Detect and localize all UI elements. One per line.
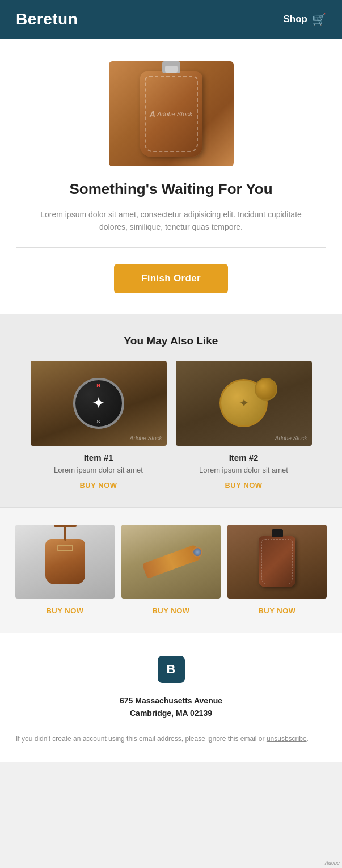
product-card-bag: Adobe BUY NOW xyxy=(15,525,115,616)
buy-now-button-bag[interactable]: BUY NOW xyxy=(46,606,83,615)
product-image-1: N ✦ S Adobe Stock xyxy=(31,361,167,446)
product-image-flask2: Adobe xyxy=(227,525,327,599)
footer-address: 675 Massachusetts Avenue Cambridge, MA 0… xyxy=(16,694,326,720)
footer-address-line1: 675 Massachusetts Avenue xyxy=(16,694,326,707)
footer-logo: B xyxy=(158,656,185,683)
also-like-title: You May Also Like xyxy=(16,335,326,347)
product-card-telescope: Adobe BUY NOW xyxy=(121,525,221,616)
hero-title: Something's Waiting For You xyxy=(16,180,326,199)
flask2-visual xyxy=(259,536,295,587)
compass-cross: ✦ xyxy=(92,395,105,411)
compass2-body: ✦ xyxy=(219,379,268,427)
shop-link[interactable]: Shop 🛒 xyxy=(284,12,327,26)
footer-address-line2: Cambridge, MA 02139 xyxy=(16,707,326,719)
product-name-1: Item #1 xyxy=(31,453,167,462)
footer: B 675 Massachusetts Avenue Cambridge, MA… xyxy=(0,633,342,762)
bag-visual xyxy=(45,539,85,584)
buy-now-button-2[interactable]: BUY NOW xyxy=(225,481,262,490)
footer-notice-text: If you didn't create an account using th… xyxy=(16,735,267,743)
product-name-2: Item #2 xyxy=(176,453,312,462)
flask2-cap xyxy=(272,529,283,537)
flask-visual: A Adobe Stock xyxy=(140,71,202,157)
compass-visual-1: N ✦ S xyxy=(73,378,124,429)
second-product-row: Adobe BUY NOW Adobe BUY NOW Adobe xyxy=(11,525,331,616)
buy-now-button-flask2[interactable]: BUY NOW xyxy=(258,606,295,615)
compass2-lid xyxy=(255,378,277,401)
telescope-lens xyxy=(191,545,204,558)
second-row-section: Adobe BUY NOW Adobe BUY NOW Adobe xyxy=(0,508,342,633)
product-card-flask2: Adobe BUY NOW xyxy=(227,525,327,616)
flask2-stitch xyxy=(261,539,293,584)
hero-divider xyxy=(16,247,326,248)
hero-description: Lorem ipsum dolor sit amet, consectetur … xyxy=(35,208,307,234)
hero-image-wrapper: A Adobe Stock xyxy=(16,61,326,166)
product-image-telescope: Adobe xyxy=(121,525,221,599)
bag-strap xyxy=(64,525,66,541)
watermark-1: Adobe Stock xyxy=(130,435,162,441)
product-image-bag: Adobe xyxy=(15,525,115,599)
site-header: Beretun Shop 🛒 xyxy=(0,0,342,39)
bag-buckle xyxy=(57,545,73,551)
footer-notice-end: . xyxy=(307,735,309,743)
product-desc-2: Lorem ipsum dolor sit amet xyxy=(176,466,312,474)
footer-notice: If you didn't create an account using th… xyxy=(16,733,326,744)
cart-icon: 🛒 xyxy=(312,12,326,26)
buy-now-button-telescope[interactable]: BUY NOW xyxy=(152,606,189,615)
also-like-section: You May Also Like N ✦ S Adobe Stock Item… xyxy=(0,314,342,508)
product-card-1: N ✦ S Adobe Stock Item #1 Lorem ipsum do… xyxy=(31,361,167,490)
product-card-2: ✦ Adobe Stock Item #2 Lorem ipsum dolor … xyxy=(176,361,312,490)
finish-order-button[interactable]: Finish Order xyxy=(114,264,228,293)
site-logo: Beretun xyxy=(16,10,78,28)
buy-now-button-1[interactable]: BUY NOW xyxy=(79,481,117,490)
hero-section: A Adobe Stock Something's Waiting For Yo… xyxy=(0,39,342,314)
hero-product-image: A Adobe Stock xyxy=(109,61,234,166)
product-image-2: ✦ Adobe Stock xyxy=(176,361,312,446)
shop-label: Shop xyxy=(284,14,308,25)
product-row: N ✦ S Adobe Stock Item #1 Lorem ipsum do… xyxy=(16,361,326,490)
flask-cap-inner xyxy=(165,66,178,73)
product-desc-1: Lorem ipsum dolor sit amet xyxy=(31,466,167,474)
telescope-visual xyxy=(142,544,201,579)
unsubscribe-link[interactable]: unsusbscribe xyxy=(267,735,307,743)
watermark-2: Adobe Stock xyxy=(275,435,307,441)
watermark: A Adobe Stock xyxy=(150,109,193,119)
